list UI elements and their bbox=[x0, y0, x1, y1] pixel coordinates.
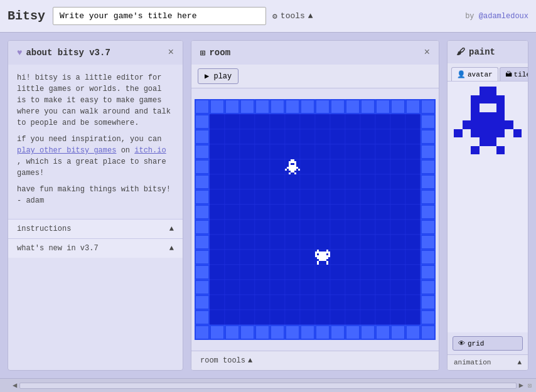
sprite-pixel-5[interactable] bbox=[496, 87, 505, 95]
sprite-pixel-36[interactable] bbox=[488, 120, 496, 129]
sprite-pixel-47[interactable] bbox=[513, 129, 522, 138]
instructions-accordion[interactable]: instructions ▲ bbox=[8, 219, 183, 238]
sprite-canvas[interactable] bbox=[454, 87, 522, 154]
sprite-pixel-34[interactable] bbox=[471, 120, 480, 129]
tools-chevron-icon: ▲ bbox=[308, 11, 313, 21]
room-grid-container bbox=[191, 88, 439, 351]
sprite-pixel-46[interactable] bbox=[505, 129, 513, 138]
room-close-button[interactable]: × bbox=[424, 47, 430, 58]
room-canvas[interactable] bbox=[195, 99, 436, 340]
room-tools-arrow-icon: ▲ bbox=[248, 356, 252, 365]
sprite-pixel-0[interactable] bbox=[454, 87, 463, 95]
about-desc-5: have fun making things with bitsy! - ada… bbox=[17, 184, 174, 206]
sprite-pixel-62[interactable] bbox=[505, 146, 513, 155]
room-panel: ⊞ room × ▶ play room tools ▲ bbox=[191, 40, 439, 371]
sprite-pixel-14[interactable] bbox=[505, 95, 513, 104]
tools-label: tools bbox=[281, 11, 305, 21]
sprite-pixel-32[interactable] bbox=[454, 120, 463, 129]
sprite-pixel-22[interactable] bbox=[505, 103, 513, 112]
sprite-pixel-17[interactable] bbox=[463, 103, 471, 112]
sprite-pixel-43[interactable] bbox=[480, 129, 488, 138]
gear-icon: ⚙ bbox=[272, 11, 277, 21]
tab-tile[interactable]: 🏔 tile bbox=[500, 67, 528, 81]
about-close-button[interactable]: × bbox=[168, 47, 174, 58]
sprite-pixel-40[interactable] bbox=[454, 129, 463, 138]
sprite-pixel-33[interactable] bbox=[463, 120, 471, 129]
paint-canvas-area bbox=[448, 82, 528, 332]
sprite-pixel-16[interactable] bbox=[454, 103, 463, 112]
play-button[interactable]: ▶ play bbox=[198, 68, 239, 84]
sprite-pixel-41[interactable] bbox=[463, 129, 471, 138]
sprite-pixel-20[interactable] bbox=[488, 103, 496, 112]
sprite-pixel-56[interactable] bbox=[454, 146, 463, 155]
sprite-pixel-39[interactable] bbox=[513, 120, 522, 129]
sprite-pixel-58[interactable] bbox=[471, 146, 480, 155]
sprite-pixel-29[interactable] bbox=[496, 112, 505, 121]
scrollbar-right-arrow[interactable]: ▶ bbox=[519, 381, 523, 390]
room-grid-icon: ⊞ bbox=[200, 48, 205, 58]
tools-button[interactable]: ⚙ tools ▲ bbox=[272, 11, 313, 21]
sprite-pixel-44[interactable] bbox=[488, 129, 496, 138]
sprite-pixel-42[interactable] bbox=[471, 129, 480, 138]
sprite-pixel-45[interactable] bbox=[496, 129, 505, 138]
sprite-pixel-55[interactable] bbox=[513, 137, 522, 146]
resize-handle[interactable]: ⊠ bbox=[523, 379, 536, 392]
sprite-pixel-8[interactable] bbox=[454, 95, 463, 104]
scrollbar-track[interactable] bbox=[19, 383, 517, 389]
sprite-pixel-31[interactable] bbox=[513, 112, 522, 121]
sprite-pixel-48[interactable] bbox=[454, 137, 463, 146]
sprite-pixel-53[interactable] bbox=[496, 137, 505, 146]
scrollbar-container: ◀ ▶ ⊠ bbox=[0, 378, 536, 392]
sprite-pixel-26[interactable] bbox=[471, 112, 480, 121]
sprite-pixel-25[interactable] bbox=[463, 112, 471, 121]
sprite-pixel-6[interactable] bbox=[505, 87, 513, 95]
sprite-pixel-61[interactable] bbox=[496, 146, 505, 155]
scrollbar-left-arrow[interactable]: ◀ bbox=[13, 381, 17, 390]
sprite-pixel-30[interactable] bbox=[505, 112, 513, 121]
sprite-pixel-4[interactable] bbox=[488, 87, 496, 95]
room-title: ⊞ room bbox=[200, 48, 230, 58]
sprite-pixel-37[interactable] bbox=[496, 120, 505, 129]
sprite-pixel-23[interactable] bbox=[513, 103, 522, 112]
sprite-pixel-3[interactable] bbox=[480, 87, 488, 95]
tile-tab-icon: 🏔 bbox=[505, 70, 512, 78]
sprite-pixel-27[interactable] bbox=[480, 112, 488, 121]
sprite-pixel-24[interactable] bbox=[454, 112, 463, 121]
sprite-pixel-15[interactable] bbox=[513, 95, 522, 104]
author-link[interactable]: @adamledoux bbox=[479, 12, 528, 21]
sprite-pixel-7[interactable] bbox=[513, 87, 522, 95]
sprite-pixel-63[interactable] bbox=[513, 146, 522, 155]
sprite-pixel-2[interactable] bbox=[471, 87, 480, 95]
animation-accordion[interactable]: animation ▲ bbox=[448, 354, 528, 370]
sprite-pixel-54[interactable] bbox=[505, 137, 513, 146]
sprite-pixel-19[interactable] bbox=[480, 103, 488, 112]
tab-avatar[interactable]: 👤 avatar bbox=[451, 67, 498, 81]
sprite-pixel-10[interactable] bbox=[471, 95, 480, 104]
room-tools-button[interactable]: room tools ▲ bbox=[191, 351, 439, 370]
play-other-link[interactable]: play other bitsy games bbox=[17, 146, 116, 155]
sprite-pixel-1[interactable] bbox=[463, 87, 471, 95]
sprite-pixel-21[interactable] bbox=[496, 103, 505, 112]
sprite-pixel-35[interactable] bbox=[480, 120, 488, 129]
sprite-pixel-12[interactable] bbox=[488, 95, 496, 104]
grid-button[interactable]: 👁 grid bbox=[453, 336, 523, 351]
sprite-pixel-57[interactable] bbox=[463, 146, 471, 155]
animation-arrow-icon: ▲ bbox=[517, 359, 522, 366]
sprite-pixel-11[interactable] bbox=[480, 95, 488, 104]
itch-link[interactable]: itch.io bbox=[134, 146, 166, 155]
whatsnew-accordion[interactable]: what's new in v3.7 ▲ bbox=[8, 238, 183, 258]
sprite-pixel-13[interactable] bbox=[496, 95, 505, 104]
sprite-pixel-60[interactable] bbox=[488, 146, 496, 155]
sprite-pixel-9[interactable] bbox=[463, 95, 471, 104]
sprite-pixel-51[interactable] bbox=[480, 137, 488, 146]
game-title-input[interactable] bbox=[53, 7, 266, 25]
by-label: by @adamledoux bbox=[465, 12, 528, 21]
sprite-pixel-59[interactable] bbox=[480, 146, 488, 155]
sprite-pixel-28[interactable] bbox=[488, 112, 496, 121]
about-title: ♥ about bitsy v3.7 bbox=[17, 48, 110, 58]
sprite-pixel-49[interactable] bbox=[463, 137, 471, 146]
sprite-pixel-50[interactable] bbox=[471, 137, 480, 146]
sprite-pixel-52[interactable] bbox=[488, 137, 496, 146]
sprite-pixel-18[interactable] bbox=[471, 103, 480, 112]
sprite-pixel-38[interactable] bbox=[505, 120, 513, 129]
